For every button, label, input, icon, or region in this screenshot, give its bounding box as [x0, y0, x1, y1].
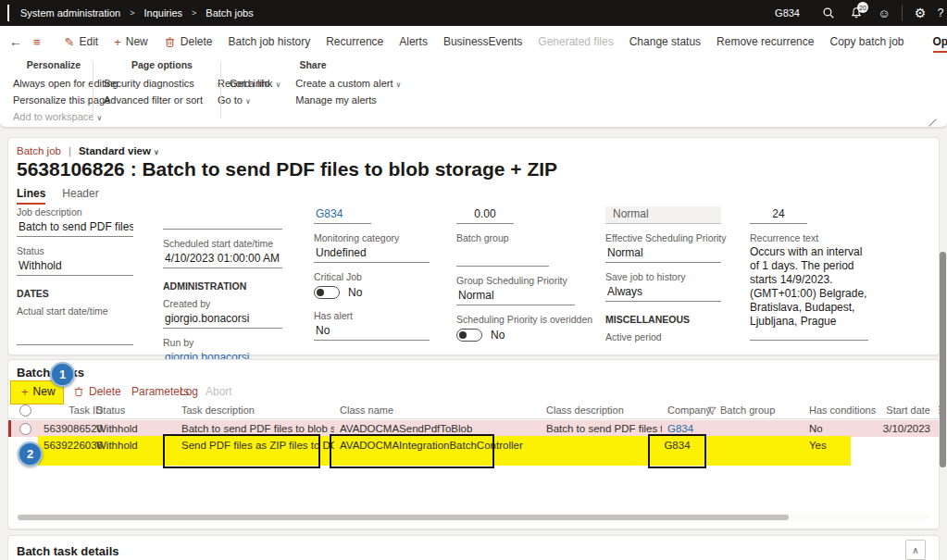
breadcrumb-area[interactable]: Inquiries — [143, 7, 182, 19]
breadcrumb-module[interactable]: System administration — [20, 7, 120, 19]
cell-class-name: AVADOCMASendPdfToBlob — [340, 423, 534, 434]
save-job-to-history-input[interactable]: Always — [605, 284, 721, 302]
breadcrumb-page[interactable]: Batch jobs — [206, 7, 253, 19]
task-log-button[interactable]: Log — [180, 385, 198, 398]
scheduled-start-field: Scheduled start date/time 4/10/2023 01:0… — [163, 238, 282, 268]
back-arrow-icon[interactable]: ← — [9, 34, 22, 49]
group-scheduling-priority-input[interactable]: Normal — [456, 288, 575, 305]
remove-recurrence-button[interactable]: Remove recurrence — [716, 35, 814, 48]
critical-job-field: Critical Job No — [314, 271, 430, 302]
change-status-button[interactable]: Change status — [629, 35, 701, 48]
task-delete-button[interactable]: Delete — [73, 385, 121, 398]
has-alert-field: Has alert No — [314, 310, 430, 341]
status-input[interactable]: Withhold — [17, 258, 133, 276]
table-row[interactable]: 5639226036 Withhold Send PDF files as ZI… — [8, 437, 939, 467]
show-list-icon[interactable]: ≡ — [33, 35, 41, 49]
nav-edge-stripe — [7, 5, 9, 21]
company-link[interactable]: G834 — [314, 206, 371, 224]
created-by-field: Created by giorgio.bonacorsi — [163, 298, 282, 329]
notifications-bell-icon[interactable]: 20 — [842, 0, 870, 26]
batch-task-details-title: Batch task details — [17, 544, 119, 558]
help-icon[interactable]: ? — [934, 0, 947, 26]
column-start-date[interactable]: Start date — [858, 404, 930, 416]
chevron-down-icon: ∨ — [275, 81, 280, 89]
column-class-name[interactable]: Class name — [340, 404, 534, 416]
scheduling-priority-toggle[interactable] — [456, 329, 482, 342]
effective-scheduling-priority-input[interactable]: Normal — [605, 245, 721, 263]
annotation-box-class-name — [330, 434, 494, 468]
column-status[interactable]: Status — [96, 404, 166, 416]
group-scheduling-priority-field: Group Scheduling Priority Normal — [456, 275, 575, 305]
edit-button[interactable]: ✎Edit — [65, 35, 99, 48]
top-navigation-bar: System administration > Inquiries > Batc… — [0, 0, 947, 26]
job-description-input[interactable]: Batch to send PDF files to blob ... — [17, 219, 133, 237]
selected-row-indicator — [8, 420, 11, 437]
cell-company-link[interactable]: G834 — [667, 423, 712, 434]
get-a-link[interactable]: Get a link∨ — [230, 78, 280, 89]
toggle-knob — [317, 289, 324, 296]
security-diagnostics[interactable]: Security diagnostics — [104, 78, 203, 89]
settings-gear-icon[interactable]: ⚙ — [906, 0, 934, 26]
business-events-button[interactable]: BusinessEvents — [443, 35, 522, 48]
has-alert-input[interactable]: No — [314, 323, 430, 341]
copy-batch-job-button[interactable]: Copy batch job — [829, 35, 903, 48]
priority-disabled-field: Normal — [605, 206, 721, 224]
add-to-workspace[interactable]: Add to workspace∨ — [13, 111, 94, 122]
column-company[interactable]: Company ... — [667, 404, 712, 416]
annotation-step-1: 1 — [50, 362, 75, 387]
topbar-actions: G834 20 ☺ ⚙ ? — [775, 0, 947, 26]
row-radio[interactable] — [19, 423, 34, 437]
column-class-description[interactable]: Class description — [546, 404, 662, 416]
entity-link[interactable]: Batch job — [17, 145, 61, 156]
collapse-section-button[interactable]: ∧ — [905, 540, 926, 560]
empty-input[interactable] — [163, 214, 282, 230]
share-group: Share Get a link∨ Create a custom alert∨… — [230, 59, 396, 111]
pencil-icon: ✎ — [65, 36, 75, 48]
column-task-id[interactable]: Task ID — [44, 404, 103, 416]
annotation-step-2: 2 — [18, 442, 43, 467]
effective-scheduling-priority-field: Effective Scheduling Priority Normal — [605, 232, 721, 263]
cell-status: Withhold — [96, 440, 166, 451]
batch-group-input[interactable] — [456, 251, 549, 267]
plus-icon: + — [114, 36, 121, 48]
tab-lines[interactable]: Lines — [17, 187, 45, 205]
always-open-for-editing[interactable]: Always open for editing — [13, 78, 94, 89]
task-new-button[interactable]: +New — [21, 385, 56, 398]
action-pane: ← ≡ ✎Edit +New Delete Batch job history … — [0, 26, 947, 128]
alerts-button[interactable]: Alerts — [399, 35, 428, 48]
column-batch-group[interactable]: Batch group — [720, 404, 804, 416]
monitoring-category-input[interactable]: Undefined — [314, 245, 430, 263]
chevron-down-icon: ∨ — [96, 114, 102, 122]
personalize-this-page[interactable]: Personalize this page — [13, 94, 94, 106]
recurrence-count-input[interactable]: 24 — [750, 206, 807, 224]
delete-button[interactable]: Delete — [164, 35, 213, 48]
scheduled-start-input[interactable]: 4/10/2023 01:00:00 AM — [163, 251, 282, 268]
batch-job-history-button[interactable]: Batch job history — [228, 35, 310, 48]
column-task-description[interactable]: Task description — [181, 404, 334, 416]
actual-start-input[interactable] — [17, 330, 133, 345]
tab-header[interactable]: Header — [62, 187, 98, 205]
view-selector[interactable]: Standard view∨ — [79, 145, 159, 156]
advanced-filter-or-sort[interactable]: Advanced filter or sort — [104, 94, 203, 106]
vertical-scrollbar[interactable] — [940, 252, 946, 467]
critical-job-toggle[interactable] — [314, 286, 340, 299]
page-options-group: Page options Security diagnostics Advanc… — [104, 59, 220, 111]
group-title: Page options — [104, 59, 220, 70]
filter-funnel-icon[interactable] — [707, 406, 716, 416]
form-column-4: 0.00 Batch group Group Scheduling Priori… — [456, 206, 575, 353]
amount-input[interactable]: 0.00 — [456, 206, 514, 224]
horizontal-scrollbar[interactable] — [18, 515, 789, 520]
feedback-smiley-icon[interactable]: ☺ — [870, 0, 898, 26]
search-icon[interactable] — [815, 0, 842, 26]
manage-my-alerts[interactable]: Manage my alerts — [295, 94, 401, 106]
recurrence-button[interactable]: Recurrence — [326, 35, 383, 48]
create-a-custom-alert[interactable]: Create a custom alert∨ — [295, 78, 401, 89]
options-tab[interactable]: Options — [933, 35, 947, 53]
batch-tasks-card: Batch tasks +New Delete Parameters Log A… — [7, 359, 940, 529]
trash-icon — [73, 386, 84, 397]
field-underline — [750, 340, 868, 341]
new-button[interactable]: +New — [114, 35, 148, 48]
toggle-knob — [459, 331, 467, 339]
select-all-radio[interactable] — [19, 404, 34, 418]
form-column-6: 24 Recurrence text Occurs with an interv… — [750, 206, 872, 349]
